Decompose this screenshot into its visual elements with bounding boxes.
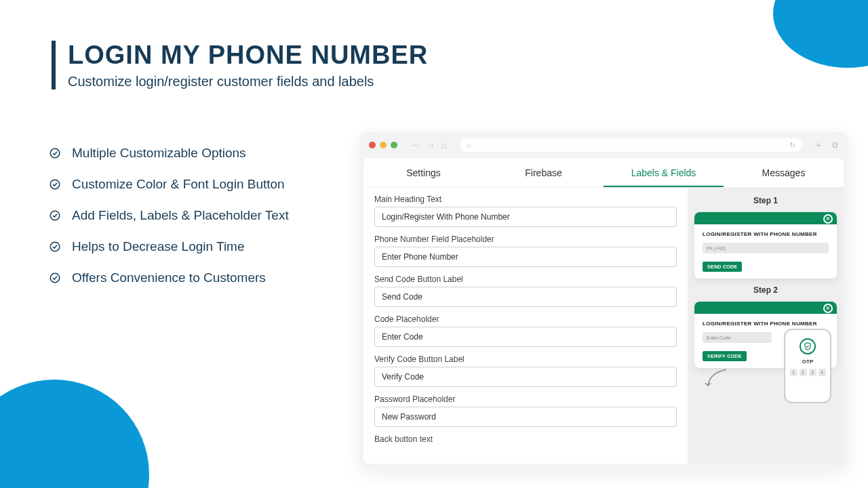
- field-label: Back button text: [374, 434, 677, 444]
- feature-item: Customize Color & Font Login Button: [49, 177, 289, 192]
- step2-label: Step 2: [694, 285, 837, 295]
- svg-point-2: [50, 211, 60, 220]
- feature-item: Add Fields, Labels & Placeholder Text: [49, 208, 289, 223]
- search-icon: ⌕: [467, 141, 471, 149]
- form-group: Back button text: [374, 434, 677, 444]
- otp-digit[interactable]: 3: [809, 369, 816, 376]
- close-icon[interactable]: ✕: [823, 304, 833, 313]
- code-field-preview[interactable]: Enter Code: [703, 332, 772, 343]
- field-label: Password Placeholder: [374, 394, 677, 404]
- card-title: LOGIN/REGISTER WITH PHONE NUMBER: [703, 231, 829, 237]
- form-group: Verify Code Button Label: [374, 354, 677, 387]
- field-label: Verify Code Button Label: [374, 354, 677, 364]
- form-panel: Main Heading Text Phone Number Field Pla…: [363, 188, 688, 464]
- tab-firebase[interactable]: Firebase: [484, 158, 604, 187]
- forward-arrow-icon[interactable]: →: [426, 140, 435, 150]
- svg-point-0: [50, 148, 60, 158]
- phone-mockup: OTP 1 2 3 4: [784, 329, 831, 403]
- form-group: Send Code Button Label: [374, 274, 677, 307]
- svg-point-3: [50, 242, 60, 251]
- card-header: ✕: [694, 302, 837, 314]
- title-block: LOGIN MY PHONE NUMBER Customize login/re…: [52, 41, 428, 89]
- feature-text: Add Fields, Labels & Placeholder Text: [72, 208, 289, 223]
- feature-text: Offers Convenience to Customers: [72, 270, 266, 285]
- tab-messages[interactable]: Messages: [724, 158, 844, 187]
- feature-item: Multiple Customizable Options: [49, 146, 289, 161]
- tab-bar: Settings Firebase Labels & Fields Messag…: [363, 158, 844, 188]
- feature-text: Multiple Customizable Options: [72, 146, 246, 161]
- otp-label: OTP: [802, 359, 813, 365]
- phone-field-preview[interactable]: PK (+92): [703, 243, 829, 253]
- page-title: LOGIN MY PHONE NUMBER: [68, 41, 428, 70]
- card-header: ✕: [694, 212, 837, 224]
- send-code-button[interactable]: SEND CODE: [703, 262, 742, 272]
- card-title: LOGIN/REGISTER WITH PHONE NUMBER: [703, 321, 829, 327]
- home-icon[interactable]: ⌂: [441, 140, 446, 150]
- svg-point-1: [50, 180, 60, 189]
- preview-panel: Step 1 ✕ LOGIN/REGISTER WITH PHONE NUMBE…: [688, 188, 844, 464]
- field-label: Phone Number Field Placeholder: [374, 235, 677, 244]
- phone-placeholder-input[interactable]: [374, 247, 677, 267]
- tab-labels-fields[interactable]: Labels & Fields: [604, 158, 724, 187]
- browser-chrome: ← → ⌂ ⌕ ↻ + ⧉: [359, 132, 848, 158]
- check-icon: [49, 178, 61, 190]
- feature-text: Helps to Decrease Login Time: [72, 239, 245, 254]
- form-group: Code Placeholder: [374, 314, 677, 347]
- decoration-blob-bottom-left: [0, 380, 149, 488]
- send-code-label-input[interactable]: [374, 287, 677, 307]
- feature-list: Multiple Customizable Options Customize …: [49, 146, 289, 285]
- add-tab-icon[interactable]: +: [816, 140, 821, 150]
- password-placeholder-input[interactable]: [374, 407, 677, 427]
- form-group: Password Placeholder: [374, 394, 677, 427]
- minimize-dot-icon[interactable]: [380, 142, 387, 148]
- maximize-dot-icon[interactable]: [391, 142, 397, 148]
- window-controls: [369, 142, 397, 148]
- browser-mockup: ← → ⌂ ⌕ ↻ + ⧉ Settings Firebase Labels &…: [359, 132, 848, 468]
- close-icon[interactable]: ✕: [823, 214, 833, 224]
- card-body: LOGIN/REGISTER WITH PHONE NUMBER PK (+92…: [694, 224, 837, 279]
- check-icon: [49, 272, 61, 284]
- page-subtitle: Customize login/register customer fields…: [68, 74, 428, 89]
- field-label: Code Placeholder: [374, 314, 677, 324]
- feature-item: Offers Convenience to Customers: [49, 270, 289, 285]
- close-dot-icon[interactable]: [369, 142, 376, 148]
- svg-point-4: [50, 273, 60, 283]
- copy-icon[interactable]: ⧉: [832, 140, 838, 150]
- back-arrow-icon[interactable]: ←: [411, 140, 420, 150]
- field-label: Send Code Button Label: [374, 274, 677, 284]
- form-group: Main Heading Text: [374, 195, 677, 227]
- arrow-curve-icon: [703, 368, 730, 388]
- verify-code-label-input[interactable]: [374, 367, 677, 387]
- otp-digit[interactable]: 2: [800, 369, 807, 376]
- nav-arrows: ← → ⌂: [411, 140, 446, 150]
- field-label: Main Heading Text: [374, 195, 677, 204]
- preview-card-step1: ✕ LOGIN/REGISTER WITH PHONE NUMBER PK (+…: [694, 212, 837, 279]
- main-heading-input[interactable]: [374, 207, 677, 227]
- app-body: Main Heading Text Phone Number Field Pla…: [363, 188, 844, 464]
- tab-settings[interactable]: Settings: [363, 158, 484, 187]
- decoration-blob-top-right: [773, 0, 868, 68]
- form-group: Phone Number Field Placeholder: [374, 235, 677, 267]
- check-icon: [49, 147, 61, 159]
- step1-label: Step 1: [694, 196, 837, 205]
- step2-wrap: ✕ LOGIN/REGISTER WITH PHONE NUMBER Enter…: [694, 302, 837, 403]
- verify-code-button[interactable]: VERIFY CODE: [703, 351, 747, 361]
- otp-digit[interactable]: 4: [818, 369, 826, 376]
- check-icon: [49, 241, 61, 253]
- feature-text: Customize Color & Font Login Button: [72, 177, 285, 192]
- address-bar[interactable]: ⌕ ↻: [460, 138, 802, 152]
- app-window: Settings Firebase Labels & Fields Messag…: [363, 158, 844, 464]
- check-icon: [49, 209, 61, 222]
- feature-item: Helps to Decrease Login Time: [49, 239, 289, 254]
- code-placeholder-input[interactable]: [374, 327, 677, 347]
- otp-boxes: 1 2 3 4: [790, 369, 826, 376]
- otp-digit[interactable]: 1: [790, 369, 797, 376]
- refresh-icon[interactable]: ↻: [789, 141, 795, 150]
- shield-icon: [800, 338, 816, 354]
